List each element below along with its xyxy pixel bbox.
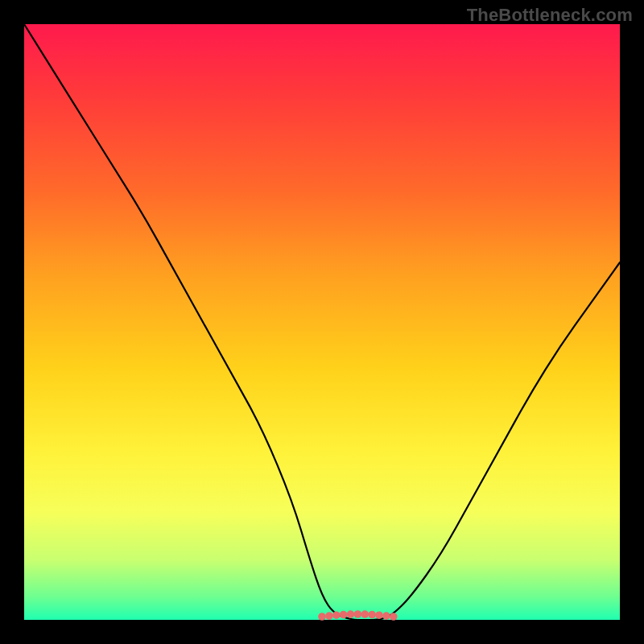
accent-dot bbox=[361, 610, 369, 618]
accent-dot bbox=[354, 610, 362, 618]
accent-dot bbox=[368, 611, 376, 619]
plot-area bbox=[24, 24, 620, 620]
chart-frame: TheBottleneck.com bbox=[0, 0, 644, 644]
accent-dot bbox=[318, 613, 326, 621]
watermark-text: TheBottleneck.com bbox=[467, 5, 633, 26]
accent-dot bbox=[390, 613, 398, 621]
bottleneck-curve bbox=[24, 24, 620, 620]
accent-dot bbox=[382, 612, 390, 620]
accent-dot bbox=[332, 611, 341, 619]
accent-dot bbox=[340, 611, 348, 619]
accent-dot bbox=[375, 611, 383, 619]
curve-line bbox=[24, 24, 620, 620]
accent-dot bbox=[325, 612, 333, 620]
accent-dot bbox=[347, 610, 355, 618]
